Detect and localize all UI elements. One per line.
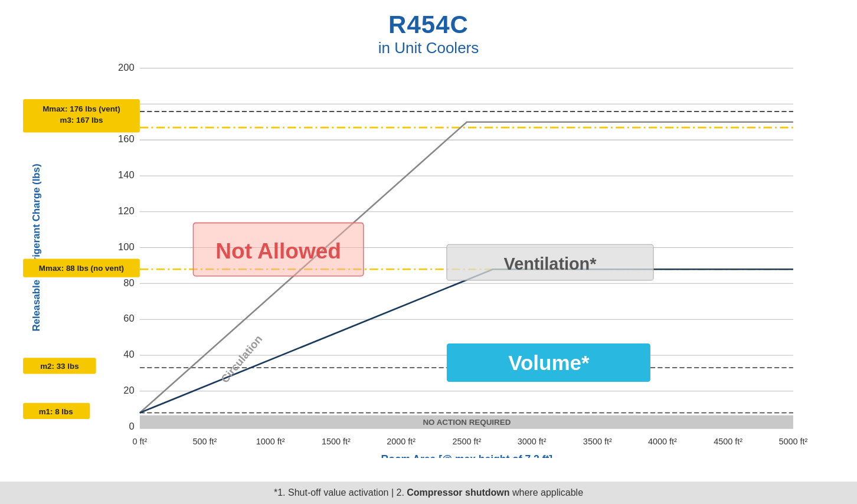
svg-text:80: 80	[123, 277, 134, 288]
svg-text:Room Area [@ max height of 7.2: Room Area [@ max height of 7.2 ft]	[381, 453, 553, 458]
svg-text:200: 200	[118, 62, 134, 73]
svg-text:0: 0	[129, 421, 134, 432]
svg-text:2000 ft²: 2000 ft²	[387, 437, 416, 446]
footnote-text: *1. Shut-off value activation | 2. Compr…	[274, 487, 583, 498]
svg-text:Volume*: Volume*	[508, 351, 590, 374]
svg-text:NO ACTION REQUIRED: NO ACTION REQUIRED	[423, 418, 511, 427]
chart-outer: 0 20 40 60 80 100 120 140 160 180 200 0 …	[21, 62, 836, 482]
svg-text:Releasable Refrigerant Charge : Releasable Refrigerant Charge (lbs)	[31, 164, 42, 332]
svg-text:m2: 33 lbs: m2: 33 lbs	[40, 362, 78, 371]
svg-text:0 ft²: 0 ft²	[132, 437, 147, 446]
svg-text:40: 40	[123, 349, 134, 360]
svg-text:Mmax: 176 lbs (vent): Mmax: 176 lbs (vent)	[42, 104, 120, 113]
x-axis-spacer	[21, 458, 836, 482]
svg-text:3500 ft²: 3500 ft²	[583, 437, 612, 446]
svg-text:4500 ft²: 4500 ft²	[714, 437, 742, 446]
svg-text:1500 ft²: 1500 ft²	[322, 437, 351, 446]
chart-header: R454C in Unit Coolers	[378, 11, 479, 57]
svg-text:1000 ft²: 1000 ft²	[256, 437, 285, 446]
svg-text:5000 ft²: 5000 ft²	[779, 437, 807, 446]
svg-text:Mmax: 88 lbs (no vent): Mmax: 88 lbs (no vent)	[39, 264, 124, 273]
svg-text:Ventilation*: Ventilation*	[504, 254, 597, 273]
svg-text:3000 ft²: 3000 ft²	[518, 437, 547, 446]
chart-canvas-wrapper: 0 20 40 60 80 100 120 140 160 180 200 0 …	[21, 62, 836, 458]
svg-text:2500 ft²: 2500 ft²	[452, 437, 481, 446]
svg-text:20: 20	[123, 385, 134, 396]
chart-svg: 0 20 40 60 80 100 120 140 160 180 200 0 …	[21, 62, 836, 458]
chart-subtitle: in Unit Coolers	[378, 39, 479, 57]
svg-text:m3: 167 lbs: m3: 167 lbs	[60, 116, 103, 125]
svg-text:Circulation: Circulation	[218, 333, 264, 385]
svg-text:160: 160	[118, 133, 134, 145]
svg-text:120: 120	[118, 205, 134, 217]
svg-text:m1: 8 lbs: m1: 8 lbs	[39, 407, 73, 415]
svg-text:140: 140	[118, 169, 134, 181]
svg-text:500 ft²: 500 ft²	[193, 437, 217, 446]
chart-title: R454C	[378, 11, 479, 39]
svg-text:100: 100	[118, 241, 134, 253]
svg-text:60: 60	[123, 313, 134, 324]
svg-text:Not Allowed: Not Allowed	[215, 238, 341, 263]
svg-text:4000 ft²: 4000 ft²	[648, 437, 677, 446]
footnote-bold: Compressor shutdown	[407, 487, 509, 498]
footnote-bar: *1. Shut-off value activation | 2. Compr…	[0, 482, 857, 504]
